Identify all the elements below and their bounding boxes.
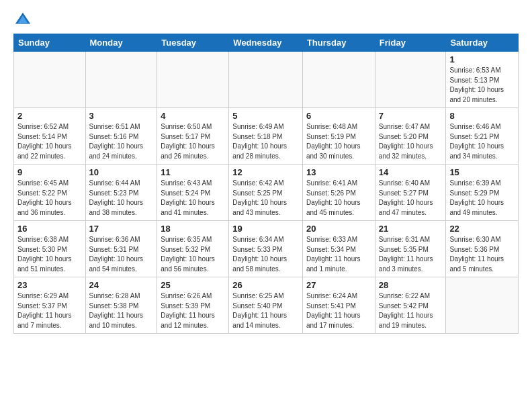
week-row-4: 16Sunrise: 6:38 AM Sunset: 5:30 PM Dayli… <box>14 221 519 277</box>
week-row-3: 9Sunrise: 6:45 AM Sunset: 5:22 PM Daylig… <box>14 165 519 221</box>
day-cell: 19Sunrise: 6:34 AM Sunset: 5:33 PM Dayli… <box>229 221 303 277</box>
day-info: Sunrise: 6:43 AM Sunset: 5:24 PM Dayligh… <box>161 179 225 218</box>
day-info: Sunrise: 6:41 AM Sunset: 5:26 PM Dayligh… <box>306 179 371 218</box>
day-cell: 3Sunrise: 6:51 AM Sunset: 5:16 PM Daylig… <box>85 108 157 165</box>
day-cell: 14Sunrise: 6:40 AM Sunset: 5:27 PM Dayli… <box>375 165 446 221</box>
col-header-tuesday: Tuesday <box>157 34 229 52</box>
day-number: 3 <box>89 111 154 121</box>
day-number: 9 <box>17 167 82 177</box>
day-cell: 2Sunrise: 6:52 AM Sunset: 5:14 PM Daylig… <box>14 108 86 165</box>
day-number: 23 <box>17 280 82 290</box>
day-cell <box>85 52 157 108</box>
day-number: 2 <box>17 111 82 121</box>
day-info: Sunrise: 6:40 AM Sunset: 5:27 PM Dayligh… <box>379 179 443 218</box>
day-info: Sunrise: 6:29 AM Sunset: 5:37 PM Dayligh… <box>17 291 82 330</box>
logo-icon <box>13 11 32 30</box>
day-number: 27 <box>306 280 371 290</box>
day-number: 21 <box>379 224 443 234</box>
day-info: Sunrise: 6:42 AM Sunset: 5:25 PM Dayligh… <box>232 179 299 218</box>
day-cell: 1Sunrise: 6:53 AM Sunset: 5:13 PM Daylig… <box>446 52 519 108</box>
day-number: 6 <box>306 111 371 121</box>
day-cell <box>14 52 86 108</box>
day-number: 5 <box>232 111 299 121</box>
day-info: Sunrise: 6:38 AM Sunset: 5:30 PM Dayligh… <box>17 235 82 274</box>
day-info: Sunrise: 6:50 AM Sunset: 5:17 PM Dayligh… <box>161 122 225 161</box>
day-info: Sunrise: 6:52 AM Sunset: 5:14 PM Dayligh… <box>17 122 82 161</box>
day-info: Sunrise: 6:45 AM Sunset: 5:22 PM Dayligh… <box>17 179 82 218</box>
day-number: 10 <box>89 167 154 177</box>
day-info: Sunrise: 6:31 AM Sunset: 5:35 PM Dayligh… <box>379 235 443 274</box>
day-number: 20 <box>306 224 371 234</box>
day-cell: 13Sunrise: 6:41 AM Sunset: 5:26 PM Dayli… <box>302 165 375 221</box>
day-info: Sunrise: 6:28 AM Sunset: 5:38 PM Dayligh… <box>89 291 154 330</box>
day-info: Sunrise: 6:46 AM Sunset: 5:21 PM Dayligh… <box>449 122 515 161</box>
day-info: Sunrise: 6:35 AM Sunset: 5:32 PM Dayligh… <box>161 235 225 274</box>
header-row: SundayMondayTuesdayWednesdayThursdayFrid… <box>14 34 519 52</box>
day-info: Sunrise: 6:33 AM Sunset: 5:34 PM Dayligh… <box>306 235 371 274</box>
day-info: Sunrise: 6:39 AM Sunset: 5:29 PM Dayligh… <box>449 179 515 218</box>
day-info: Sunrise: 6:34 AM Sunset: 5:33 PM Dayligh… <box>232 235 299 274</box>
day-info: Sunrise: 6:24 AM Sunset: 5:41 PM Dayligh… <box>306 291 371 330</box>
day-number: 24 <box>89 280 154 290</box>
day-cell: 25Sunrise: 6:26 AM Sunset: 5:39 PM Dayli… <box>157 277 229 334</box>
page: SundayMondayTuesdayWednesdayThursdayFrid… <box>0 0 532 345</box>
day-info: Sunrise: 6:22 AM Sunset: 5:42 PM Dayligh… <box>379 291 443 330</box>
day-cell: 17Sunrise: 6:36 AM Sunset: 5:31 PM Dayli… <box>85 221 157 277</box>
day-info: Sunrise: 6:48 AM Sunset: 5:19 PM Dayligh… <box>306 122 371 161</box>
day-cell: 28Sunrise: 6:22 AM Sunset: 5:42 PM Dayli… <box>375 277 446 334</box>
day-number: 19 <box>232 224 299 234</box>
day-cell <box>157 52 229 108</box>
day-cell: 20Sunrise: 6:33 AM Sunset: 5:34 PM Dayli… <box>302 221 375 277</box>
day-cell <box>302 52 375 108</box>
day-cell: 22Sunrise: 6:30 AM Sunset: 5:36 PM Dayli… <box>446 221 519 277</box>
logo <box>13 11 35 30</box>
day-info: Sunrise: 6:49 AM Sunset: 5:18 PM Dayligh… <box>232 122 299 161</box>
day-number: 26 <box>232 280 299 290</box>
day-cell: 5Sunrise: 6:49 AM Sunset: 5:18 PM Daylig… <box>229 108 303 165</box>
day-info: Sunrise: 6:26 AM Sunset: 5:39 PM Dayligh… <box>161 291 225 330</box>
calendar: SundayMondayTuesdayWednesdayThursdayFrid… <box>13 34 519 334</box>
day-cell: 4Sunrise: 6:50 AM Sunset: 5:17 PM Daylig… <box>157 108 229 165</box>
col-header-monday: Monday <box>85 34 157 52</box>
day-info: Sunrise: 6:25 AM Sunset: 5:40 PM Dayligh… <box>232 291 299 330</box>
day-number: 15 <box>449 167 515 177</box>
day-cell <box>446 277 519 334</box>
week-row-5: 23Sunrise: 6:29 AM Sunset: 5:37 PM Dayli… <box>14 277 519 334</box>
day-info: Sunrise: 6:47 AM Sunset: 5:20 PM Dayligh… <box>379 122 443 161</box>
day-cell: 9Sunrise: 6:45 AM Sunset: 5:22 PM Daylig… <box>14 165 86 221</box>
day-number: 28 <box>379 280 443 290</box>
day-number: 18 <box>161 224 225 234</box>
day-number: 16 <box>17 224 82 234</box>
day-number: 11 <box>161 167 225 177</box>
day-number: 4 <box>161 111 225 121</box>
day-cell: 21Sunrise: 6:31 AM Sunset: 5:35 PM Dayli… <box>375 221 446 277</box>
day-number: 17 <box>89 224 154 234</box>
day-cell: 15Sunrise: 6:39 AM Sunset: 5:29 PM Dayli… <box>446 165 519 221</box>
day-cell: 18Sunrise: 6:35 AM Sunset: 5:32 PM Dayli… <box>157 221 229 277</box>
day-cell: 10Sunrise: 6:44 AM Sunset: 5:23 PM Dayli… <box>85 165 157 221</box>
header <box>13 11 519 30</box>
day-cell <box>375 52 446 108</box>
col-header-saturday: Saturday <box>446 34 519 52</box>
day-cell <box>229 52 303 108</box>
day-cell: 23Sunrise: 6:29 AM Sunset: 5:37 PM Dayli… <box>14 277 86 334</box>
day-cell: 16Sunrise: 6:38 AM Sunset: 5:30 PM Dayli… <box>14 221 86 277</box>
day-number: 12 <box>232 167 299 177</box>
day-number: 8 <box>449 111 515 121</box>
day-info: Sunrise: 6:51 AM Sunset: 5:16 PM Dayligh… <box>89 122 154 161</box>
day-number: 14 <box>379 167 443 177</box>
day-number: 22 <box>449 224 515 234</box>
day-cell: 11Sunrise: 6:43 AM Sunset: 5:24 PM Dayli… <box>157 165 229 221</box>
day-cell: 7Sunrise: 6:47 AM Sunset: 5:20 PM Daylig… <box>375 108 446 165</box>
week-row-2: 2Sunrise: 6:52 AM Sunset: 5:14 PM Daylig… <box>14 108 519 165</box>
day-cell: 26Sunrise: 6:25 AM Sunset: 5:40 PM Dayli… <box>229 277 303 334</box>
day-info: Sunrise: 6:30 AM Sunset: 5:36 PM Dayligh… <box>449 235 515 274</box>
day-info: Sunrise: 6:44 AM Sunset: 5:23 PM Dayligh… <box>89 179 154 218</box>
day-number: 13 <box>306 167 371 177</box>
col-header-thursday: Thursday <box>302 34 375 52</box>
col-header-friday: Friday <box>375 34 446 52</box>
col-header-sunday: Sunday <box>14 34 86 52</box>
day-info: Sunrise: 6:53 AM Sunset: 5:13 PM Dayligh… <box>449 66 515 105</box>
col-header-wednesday: Wednesday <box>229 34 303 52</box>
day-info: Sunrise: 6:36 AM Sunset: 5:31 PM Dayligh… <box>89 235 154 274</box>
